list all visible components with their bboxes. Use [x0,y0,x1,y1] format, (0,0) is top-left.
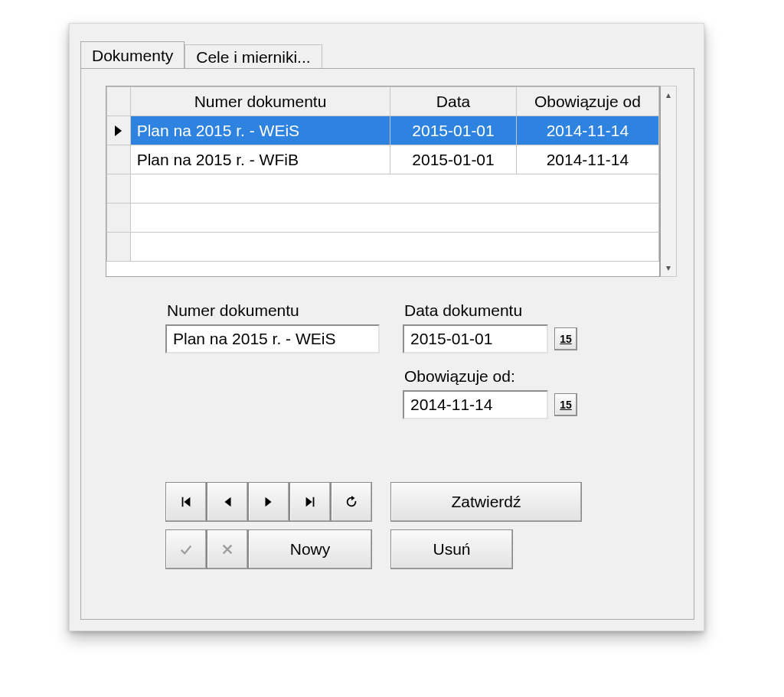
cell-date[interactable]: 2015-01-01 [390,116,516,145]
next-icon [262,495,276,509]
cell-number[interactable]: Plan na 2015 r. - WFiB [130,145,390,174]
skip-first-icon [179,495,193,509]
label-doc-date: Data dokumentu [404,301,577,320]
dialog-window: Dokumenty Cele i mierniki... Numer dokum… [69,23,704,631]
tab-panel: Numer dokumentu Data Obowiązuje od Plan … [80,68,694,620]
col-header-number[interactable]: Numer dokumentu [130,87,390,116]
cancel-edit-button[interactable] [207,529,248,569]
col-header-valid[interactable]: Obowiązuje od [516,87,658,116]
table-row [107,204,659,233]
first-button[interactable] [165,482,207,522]
grid-scrollbar[interactable]: ▴ ▾ [660,86,677,277]
delete-button[interactable]: Usuń [390,529,513,569]
grid-corner [107,87,131,116]
tab-documents[interactable]: Dokumenty [80,41,185,70]
refresh-button[interactable] [331,482,372,522]
calendar-button-valid[interactable]: 15 [554,393,577,416]
scroll-down-icon[interactable]: ▾ [661,259,676,276]
current-row-icon [115,125,122,136]
next-button[interactable] [248,482,289,522]
input-valid-from[interactable]: 2014-11-14 [403,390,548,419]
refresh-icon [345,495,358,509]
calendar-button-date[interactable]: 15 [554,327,577,350]
table-row[interactable]: Plan na 2015 r. - WFiB 2015-01-01 2014-1… [107,145,659,174]
documents-grid[interactable]: Numer dokumentu Data Obowiązuje od Plan … [106,86,660,277]
col-header-date[interactable]: Data [390,87,516,116]
prev-icon [220,495,234,509]
table-row [107,233,659,262]
table-row[interactable]: Plan na 2015 r. - WEiS 2015-01-01 2014-1… [107,116,659,145]
button-area: Zatwierdź Nowy Usuń [165,482,582,577]
label-valid-from: Obowiązuje od: [404,367,577,386]
cell-number[interactable]: Plan na 2015 r. - WEiS [130,116,390,145]
input-doc-date[interactable]: 2015-01-01 [403,324,548,353]
skip-last-icon [303,495,317,509]
documents-grid-wrap: Numer dokumentu Data Obowiązuje od Plan … [106,86,677,277]
row-indicator [107,145,131,174]
cell-valid[interactable]: 2014-11-14 [516,145,658,174]
scroll-up-icon[interactable]: ▴ [661,86,676,103]
input-doc-number[interactable]: Plan na 2015 r. - WEiS [165,324,380,353]
tab-strip: Dokumenty Cele i mierniki... [80,41,322,70]
table-row [107,174,659,204]
cell-date[interactable]: 2015-01-01 [390,145,516,174]
last-button[interactable] [289,482,331,522]
grid-header-row: Numer dokumentu Data Obowiązuje od [107,87,659,116]
cell-valid[interactable]: 2014-11-14 [516,116,658,145]
x-icon [220,542,234,556]
scroll-track[interactable] [661,103,676,259]
check-icon [179,542,193,556]
nav-button-group [165,482,372,522]
new-button[interactable]: Nowy [248,529,372,569]
confirm-button[interactable]: Zatwierdź [390,482,582,522]
row-indicator [107,116,131,145]
prev-button[interactable] [207,482,248,522]
details-form: Numer dokumentu Plan na 2015 r. - WEiS D… [165,298,640,419]
post-edit-button[interactable] [165,529,207,569]
label-doc-number: Numer dokumentu [167,301,380,320]
